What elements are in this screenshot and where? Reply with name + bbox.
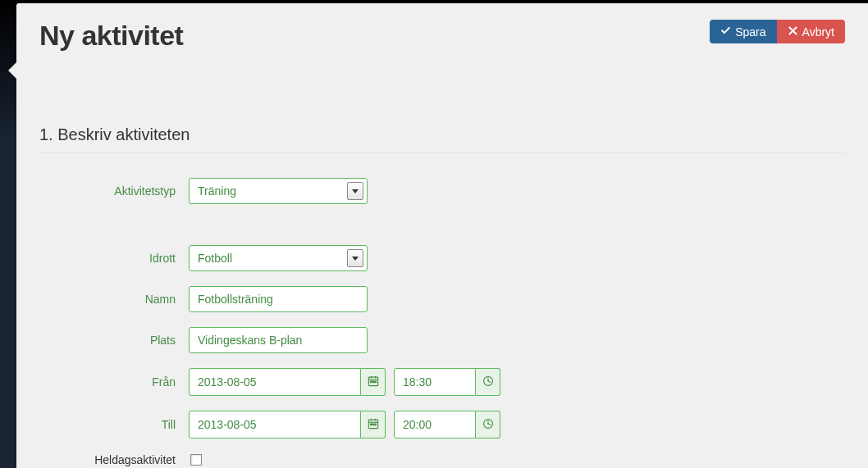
close-icon	[788, 25, 798, 38]
svg-rect-16	[374, 424, 376, 425]
from-date-picker-button[interactable]	[361, 368, 386, 396]
calendar-icon	[368, 418, 379, 432]
to-date-input[interactable]	[189, 411, 361, 438]
save-button[interactable]: Spara	[710, 20, 776, 43]
chevron-down-icon	[347, 249, 363, 267]
cancel-button[interactable]: Avbryt	[777, 20, 845, 43]
chevron-down-icon	[347, 182, 363, 200]
svg-line-19	[488, 424, 491, 425]
svg-rect-15	[372, 424, 374, 425]
page-title: Ny aktivitet	[39, 20, 183, 52]
svg-line-9	[488, 381, 491, 382]
to-time-picker-button[interactable]	[476, 411, 500, 438]
clock-icon	[482, 375, 494, 389]
from-date-input[interactable]	[189, 368, 361, 396]
from-time-picker-button[interactable]	[476, 368, 500, 396]
svg-rect-6	[374, 381, 376, 383]
label-place: Plats	[39, 334, 189, 347]
save-button-label: Spara	[735, 26, 765, 38]
activity-type-select[interactable]: Träning	[189, 178, 368, 204]
section-title: 1. Beskriv aktiviteten	[39, 125, 845, 153]
to-date-picker-button[interactable]	[361, 411, 386, 438]
label-name: Namn	[39, 293, 189, 306]
to-time-input[interactable]	[394, 411, 476, 438]
sport-value: Fotboll	[198, 252, 232, 265]
label-allday: Heldagsaktivitet	[39, 453, 189, 466]
panel-pointer	[8, 62, 16, 79]
activity-form-panel: Ny aktivitet Spara Avbryt 1. Beskriv akt…	[16, 3, 868, 468]
sport-select[interactable]: Fotboll	[189, 245, 368, 271]
label-from: Från	[39, 375, 189, 388]
calendar-icon	[368, 375, 379, 389]
label-activity-type: Aktivitetstyp	[39, 184, 189, 198]
label-to: Till	[39, 418, 189, 431]
place-input[interactable]	[189, 327, 368, 353]
cancel-button-label: Avbryt	[802, 26, 834, 38]
svg-rect-5	[372, 381, 374, 383]
label-sport: Idrott	[39, 252, 189, 265]
allday-checkbox[interactable]	[190, 454, 202, 466]
activity-type-value: Träning	[198, 184, 236, 198]
action-buttons: Spara Avbryt	[710, 20, 845, 43]
svg-rect-4	[370, 381, 372, 383]
from-time-input[interactable]	[394, 368, 476, 396]
clock-icon	[482, 418, 494, 432]
name-input[interactable]	[189, 286, 368, 312]
check-icon	[720, 25, 731, 38]
activity-form: Aktivitetstyp Träning Idrott Fotboll Nam…	[39, 178, 845, 466]
svg-rect-14	[370, 424, 372, 425]
